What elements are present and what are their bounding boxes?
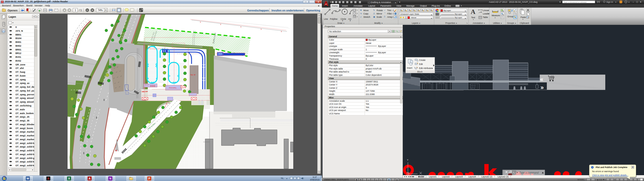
svg-text:Type a command: Type a command [519,171,539,174]
svg-text:Edit Attributes: Edit Attributes [419,67,432,69]
svg-text:N: N [115,149,117,152]
svg-text:Y: Y [407,159,408,161]
svg-text:P&R info: P&R info [145,84,149,85]
svg-text:Fietsenstalling: Fietsenstalling [169,87,176,88]
svg-text:Insert: Insert [407,67,412,69]
svg-text:Edit: Edit [419,63,423,65]
svg-text:Create: Create [419,59,426,61]
svg-text:750 FP: 750 FP [190,74,196,76]
svg-text:Block: Block [417,70,423,73]
